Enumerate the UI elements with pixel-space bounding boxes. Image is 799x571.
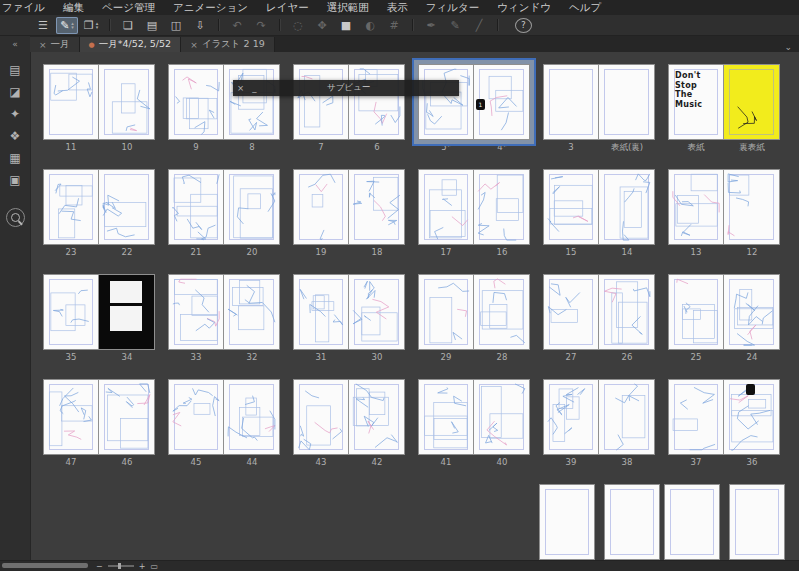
main-menu-button[interactable]: ☰ <box>32 17 54 34</box>
spread-cell[interactable]: 1312 <box>666 169 782 257</box>
tab-1[interactable]: ●一月*4/52, 5/52 <box>80 37 182 52</box>
spread-cell[interactable]: 3938 <box>541 379 657 467</box>
spread-cell[interactable] <box>541 484 657 560</box>
page-spread <box>43 64 155 140</box>
menu-item-3[interactable]: アニメーション <box>164 1 257 15</box>
spread-cell[interactable]: 76 <box>291 64 407 152</box>
gradient-tool-button[interactable]: ◐ <box>359 17 381 34</box>
ruler-tool-button[interactable]: ╱ <box>468 17 490 34</box>
page-number: 裏表紙 <box>724 142 780 152</box>
page-number: 27 <box>543 352 599 362</box>
new-page-button[interactable]: ❏ <box>117 17 139 34</box>
sketch-thumbnail <box>669 170 723 244</box>
spread-cell[interactable]: 2524 <box>666 274 782 362</box>
zoom-slider-thumb[interactable] <box>118 563 121 569</box>
spread-cell[interactable]: 4140 <box>416 379 532 467</box>
spread-cell[interactable]: 2120 <box>166 169 282 257</box>
open-file-button[interactable]: ▤ <box>141 17 163 34</box>
spread-cell[interactable]: 1716 <box>416 169 532 257</box>
tab-close-icon[interactable]: × <box>190 40 198 50</box>
help-button[interactable]: ? <box>515 18 532 33</box>
sketch-thumbnail <box>724 275 779 349</box>
export-file-button[interactable]: ⇩ <box>189 17 211 34</box>
menu-item-1[interactable]: 編集 <box>54 1 93 15</box>
spread-cell[interactable]: 4544 <box>166 379 282 467</box>
spread-cell[interactable]: 4746 <box>41 379 157 467</box>
pen-tool-button[interactable]: ✒ <box>420 17 442 34</box>
page-number-labels: 3938 <box>543 457 655 467</box>
material-image-panel-button[interactable]: ▣ <box>4 170 26 189</box>
tab-0[interactable]: ×一月 <box>30 37 80 52</box>
tab-2[interactable]: ×イラスト 2 19 <box>181 37 275 52</box>
spread-cell[interactable]: 1918 <box>291 169 407 257</box>
tab-list-chevron-icon[interactable]: ⌄ <box>784 42 792 52</box>
page-thumbnail <box>224 64 280 140</box>
page-number-labels: 表紙裏表紙 <box>668 142 780 152</box>
zoom-slider[interactable] <box>108 565 134 567</box>
page-number-labels: 1716 <box>418 247 530 257</box>
spread-cell[interactable]: Don'tStopTheMusic表紙裏表紙 <box>666 64 782 152</box>
spread-cell[interactable]: 98 <box>166 64 282 152</box>
save-file-button[interactable]: ◫ <box>165 17 187 34</box>
fill-tool-button[interactable]: ■ <box>335 17 357 34</box>
toolbar-separator <box>497 19 498 31</box>
spread-cell[interactable]: 3534 <box>41 274 157 362</box>
subview-panel-titlebar[interactable]: × _ サブビュー <box>233 80 459 96</box>
page-spread <box>668 169 780 245</box>
page-number: 9 <box>168 142 224 152</box>
menu-item-8[interactable]: ウィンドウ <box>488 1 560 15</box>
menu-item-9[interactable]: ヘルプ <box>560 1 610 15</box>
spread-cell[interactable]: 2726 <box>541 274 657 362</box>
spread-cell[interactable]: 2322 <box>41 169 157 257</box>
transform-tool-button[interactable]: ✥ <box>311 17 333 34</box>
fit-view-button[interactable]: ▭ <box>150 562 158 571</box>
spread-cell[interactable]: 1514 <box>541 169 657 257</box>
menu-item-2[interactable]: ページ管理 <box>93 1 164 15</box>
toolbar-separator <box>109 19 110 31</box>
page-edit-tool-button[interactable]: ✎▴▾ <box>56 17 78 34</box>
spread-cell[interactable]: 3130 <box>291 274 407 362</box>
page-number: 45 <box>168 457 224 467</box>
zoom-out-button[interactable]: − <box>96 562 103 571</box>
spread-cell[interactable]: 3736 <box>666 379 782 467</box>
page-number: 42 <box>349 457 405 467</box>
menu-item-5[interactable]: 選択範囲 <box>318 1 378 15</box>
stepper-arrows-icon[interactable]: ▴▾ <box>96 21 99 30</box>
page-number-labels: 2928 <box>418 352 530 362</box>
page-number: 29 <box>418 352 474 362</box>
subview-minimize-icon[interactable]: _ <box>248 80 260 96</box>
material-tone-panel-button[interactable]: ▦ <box>4 148 26 167</box>
material-panel-button[interactable]: ◪ <box>4 82 26 101</box>
page-spread <box>168 379 280 455</box>
collapse-panel-icon[interactable]: « <box>12 39 18 49</box>
search-panel-button[interactable] <box>6 208 25 227</box>
navigator-panel-button[interactable]: ▤ <box>4 60 26 79</box>
menu-item-7[interactable]: フィルター <box>417 1 488 15</box>
spread-cell[interactable]: 3332 <box>166 274 282 362</box>
spread-cell[interactable]: 1110 <box>41 64 157 152</box>
menu-item-0[interactable]: ファイル <box>0 1 54 15</box>
spread-cell[interactable]: 3表紙(裏) <box>541 64 657 152</box>
undo-button[interactable]: ↶ <box>226 17 248 34</box>
ruler-tool-icon: ╱ <box>476 20 483 31</box>
tab-row: « ×一月●一月*4/52, 5/52×イラスト 2 19 ⌄ <box>0 36 799 52</box>
frame-border-tool-button[interactable]: # <box>383 17 405 34</box>
tab-close-icon[interactable]: × <box>39 40 47 50</box>
stepper-arrows-icon[interactable]: ▴▾ <box>71 21 74 30</box>
menu-item-6[interactable]: 表示 <box>378 1 417 15</box>
zoom-in-button[interactable]: + <box>139 562 146 571</box>
horizontal-scrollbar-thumb[interactable] <box>2 563 88 568</box>
page-number: 21 <box>168 247 224 257</box>
selection-tool-button[interactable]: ◌ <box>287 17 309 34</box>
spread-cell[interactable] <box>666 484 782 560</box>
material-color-panel-button[interactable]: ✦ <box>4 104 26 123</box>
subview-close-icon[interactable]: × <box>233 80 248 96</box>
material-pattern-panel-button[interactable]: ❖ <box>4 126 26 145</box>
spread-cell[interactable]: 4342 <box>291 379 407 467</box>
redo-button[interactable]: ↷ <box>250 17 272 34</box>
spread-cell[interactable]: 15*4* <box>416 64 532 152</box>
menu-item-4[interactable]: レイヤー <box>257 1 318 15</box>
story-info-tool-button[interactable]: ❐▴▾ <box>80 17 102 34</box>
pencil-tool-button[interactable]: ✎ <box>444 17 466 34</box>
spread-cell[interactable]: 2928 <box>416 274 532 362</box>
